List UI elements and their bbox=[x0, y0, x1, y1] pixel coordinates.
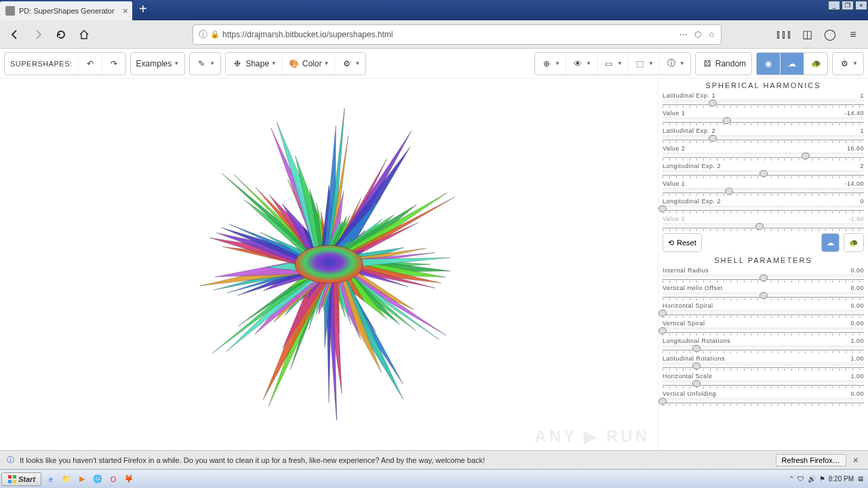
sphere-icon: ◉ bbox=[762, 58, 774, 70]
slider-thumb[interactable] bbox=[802, 152, 810, 159]
info-button[interactable]: ⓘ▼ bbox=[659, 53, 690, 75]
color-dropdown[interactable]: 🎨Color▼ bbox=[282, 53, 335, 75]
tray-volume-icon[interactable]: 🔊 bbox=[808, 475, 816, 483]
slider-track[interactable] bbox=[663, 380, 864, 386]
slider-thumb[interactable] bbox=[709, 100, 717, 106]
slider-track[interactable] bbox=[663, 152, 864, 158]
slider-row: Latitudinal Rotations1.00 bbox=[663, 355, 864, 371]
task-opera-icon[interactable]: O bbox=[106, 472, 120, 486]
slider-track[interactable] bbox=[663, 345, 864, 350]
slider-track[interactable] bbox=[663, 274, 864, 280]
task-chrome-icon[interactable]: 🌐 bbox=[91, 472, 104, 486]
shape-icon: ❉ bbox=[231, 58, 243, 70]
slider-track[interactable] bbox=[663, 327, 864, 333]
pocket-icon[interactable]: ⬡ bbox=[694, 30, 701, 39]
cube-button[interactable]: ⬚▼ bbox=[628, 53, 659, 75]
shape-dropdown[interactable]: ❉Shape▼ bbox=[226, 53, 282, 75]
panel-settings-button[interactable]: ⚙▼ bbox=[833, 53, 863, 75]
sidebar-icon[interactable]: ◫ bbox=[797, 25, 816, 44]
mode-sphere-button[interactable]: ◉ bbox=[757, 53, 780, 75]
slider-track[interactable] bbox=[663, 363, 864, 368]
slider-value: 0.00 bbox=[850, 302, 864, 309]
reset-button[interactable]: ⟲Reset bbox=[663, 233, 702, 252]
edit-button[interactable]: ✎▼ bbox=[190, 53, 220, 75]
slider-thumb[interactable] bbox=[760, 274, 768, 281]
info-icon[interactable]: ⓘ bbox=[199, 28, 208, 41]
cloud-icon: ☁ bbox=[827, 239, 834, 247]
tray-shield-icon[interactable]: 🛡 bbox=[797, 475, 804, 483]
task-media-icon[interactable]: ▶ bbox=[75, 472, 89, 486]
slider-track[interactable] bbox=[663, 205, 864, 211]
close-window-button[interactable]: × bbox=[855, 1, 867, 10]
supershape-render bbox=[186, 108, 471, 420]
orbit-button[interactable]: ⊕▼ bbox=[535, 53, 566, 75]
slider-track[interactable] bbox=[663, 223, 864, 228]
bookmark-icon[interactable]: ☆ bbox=[708, 30, 715, 39]
svg-rect-3 bbox=[8, 480, 12, 483]
slider-row: Vertical Unfolding0.00 bbox=[663, 390, 864, 406]
slider-thumb[interactable] bbox=[760, 170, 768, 177]
undo-button[interactable]: ↶ bbox=[78, 53, 102, 75]
forward-button[interactable] bbox=[28, 25, 47, 44]
slider-track[interactable] bbox=[663, 117, 864, 123]
slider-track[interactable] bbox=[663, 170, 864, 176]
random-button[interactable]: ⚄Random bbox=[696, 53, 751, 75]
slider-thumb[interactable] bbox=[658, 205, 667, 212]
sidebar: SPHERICAL HARMONICS Latitudinal Exp. 11 … bbox=[658, 79, 868, 450]
task-firefox-icon[interactable]: 🦊 bbox=[122, 472, 136, 486]
slider-track[interactable] bbox=[663, 398, 864, 403]
start-button[interactable]: Start bbox=[1, 472, 41, 486]
minimize-button[interactable]: _ bbox=[828, 1, 840, 10]
refresh-firefox-button[interactable]: Refresh Firefox… bbox=[776, 454, 846, 466]
more-icon[interactable]: ⋯ bbox=[679, 30, 688, 39]
browser-tab[interactable]: PD: SuperShapes Generator × bbox=[0, 1, 132, 20]
library-icon[interactable]: ⫿⫿⫿ bbox=[774, 25, 793, 44]
slider-thumb[interactable] bbox=[692, 380, 701, 387]
slider-thumb[interactable] bbox=[760, 292, 768, 299]
slider-thumb[interactable] bbox=[658, 398, 667, 405]
reload-button[interactable] bbox=[52, 25, 71, 44]
favicon-icon bbox=[5, 6, 15, 16]
slider-track[interactable] bbox=[663, 135, 864, 140]
canvas-viewport[interactable]: ANY ▶ RUN bbox=[0, 79, 658, 450]
close-notification-button[interactable]: × bbox=[850, 455, 861, 466]
slider-thumb[interactable] bbox=[692, 363, 701, 369]
redo-button[interactable]: ↷ bbox=[102, 53, 125, 75]
slider-value: 1.00 bbox=[850, 355, 864, 362]
url-bar[interactable]: ⓘ 🔒 https://drajmarsh.bitbucket.io/super… bbox=[193, 24, 722, 45]
panel-turtle-button[interactable]: 🐢 bbox=[844, 233, 864, 252]
slider-thumb[interactable] bbox=[725, 188, 733, 195]
slider-thumb[interactable] bbox=[709, 135, 717, 142]
tray-flag-icon[interactable]: ⚑ bbox=[819, 475, 825, 483]
task-ie-icon[interactable]: e bbox=[44, 472, 58, 486]
screen-button[interactable]: ▭▼ bbox=[597, 53, 628, 75]
slider-thumb[interactable] bbox=[658, 327, 667, 334]
restore-button[interactable]: ❐ bbox=[842, 1, 854, 10]
cube-icon: ⬚ bbox=[634, 58, 646, 70]
window-titlebar: PD: SuperShapes Generator × + _ ❐ × bbox=[0, 0, 868, 20]
menu-icon[interactable]: ≡ bbox=[844, 25, 863, 44]
account-icon[interactable]: ◯ bbox=[821, 25, 840, 44]
slider-thumb[interactable] bbox=[723, 117, 731, 124]
slider-track[interactable] bbox=[663, 100, 864, 105]
mode-animal-button[interactable]: 🐢 bbox=[804, 53, 827, 75]
slider-track[interactable] bbox=[663, 188, 864, 193]
tray-expand-icon[interactable]: ⌃ bbox=[789, 475, 794, 483]
back-button[interactable] bbox=[5, 25, 24, 44]
slider-track[interactable] bbox=[663, 310, 864, 315]
home-button[interactable] bbox=[75, 25, 94, 44]
view-button[interactable]: 👁▼ bbox=[566, 53, 597, 75]
task-explorer-icon[interactable]: 📁 bbox=[60, 472, 73, 486]
examples-dropdown[interactable]: Examples▼ bbox=[131, 53, 185, 75]
mode-cloud-button[interactable]: ☁ bbox=[780, 53, 804, 75]
slider-thumb[interactable] bbox=[755, 223, 764, 230]
slider-track[interactable] bbox=[663, 292, 864, 298]
new-tab-button[interactable]: + bbox=[132, 0, 154, 18]
panel-cloud-button[interactable]: ☁ bbox=[821, 233, 840, 252]
tray-desktop-icon[interactable]: 🖥 bbox=[857, 475, 864, 483]
svg-rect-2 bbox=[13, 475, 16, 479]
settings-button[interactable]: ⚙▼ bbox=[334, 53, 366, 75]
slider-thumb[interactable] bbox=[658, 310, 667, 317]
close-tab-icon[interactable]: × bbox=[123, 5, 128, 16]
slider-thumb[interactable] bbox=[692, 345, 701, 352]
